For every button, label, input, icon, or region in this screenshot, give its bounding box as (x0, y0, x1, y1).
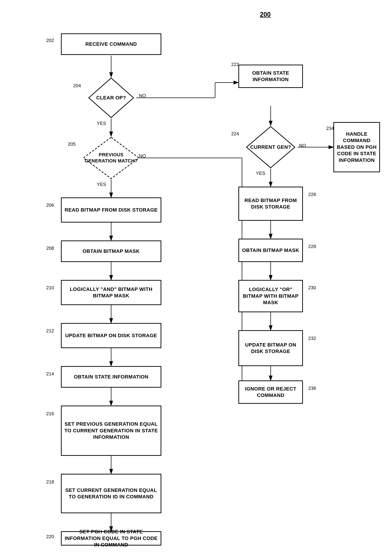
set-current-gen-label: SET CURRENT GENERATION EQUAL TO GENERATI… (64, 487, 158, 500)
ref-228: 228 (308, 244, 316, 249)
update-bitmap-right-label: UPDATE BITMAP ON DISK STORAGE (242, 342, 300, 355)
obtain-bitmap-mask-left-node: OBTAIN BITMAP MASK (61, 240, 161, 262)
set-prev-gen-node: SET PREVIOUS GENERATION EQUAL TO CURRENT… (61, 406, 161, 456)
set-pgh-code-node: SET PGH CODE IN STATE INFORMATION EQUAL … (61, 531, 161, 545)
ref-236: 236 (308, 385, 316, 391)
label-yes-clear: YES (97, 121, 106, 126)
logically-or-node: LOGICALLY "OR" BITMAP WITH BITMAP MASK (238, 280, 303, 312)
clear-op-node: CLEAR OP? (88, 77, 134, 118)
obtain-state-right-label: OBTAIN STATE INFORMATION (242, 70, 300, 83)
set-current-gen-node: SET CURRENT GENERATION EQUAL TO GENERATI… (61, 474, 161, 513)
arrows-svg (0, 0, 392, 552)
ref-212: 212 (46, 328, 54, 334)
ref-216: 216 (46, 411, 54, 416)
clear-op-label: CLEAR OP? (96, 94, 126, 101)
ref-208: 208 (46, 246, 54, 251)
ref-224: 224 (231, 131, 239, 137)
ref-226: 226 (308, 192, 316, 197)
read-bitmap-left-node: READ BITMAP FROM DISK STORAGE (61, 197, 161, 223)
ignore-reject-node: IGNORE OR REJECT COMMAND (238, 380, 303, 404)
read-bitmap-right-label: READ BITMAP FROM DISK STORAGE (242, 197, 300, 210)
read-bitmap-right-node: READ BITMAP FROM DISK STORAGE (238, 187, 303, 221)
prev-gen-match-label: PREVIOUS GENERATION MATCH? (83, 152, 140, 164)
ref-222: 222 (231, 62, 239, 67)
label-no-prev: NO (139, 153, 146, 159)
read-bitmap-left-label: READ BITMAP FROM DISK STORAGE (64, 207, 158, 213)
ref-214: 214 (46, 371, 54, 377)
obtain-bitmap-mask-right-node: OBTAIN BITMAP MASK (238, 239, 303, 262)
ref-220: 220 (46, 534, 54, 539)
label-no-clear: NO (139, 93, 146, 99)
obtain-bitmap-mask-right-label: OBTAIN BITMAP MASK (242, 247, 299, 254)
ref-205: 205 (68, 141, 76, 147)
obtain-bitmap-mask-left-label: OBTAIN BITMAP MASK (83, 248, 140, 254)
label-no-current: NO (299, 143, 306, 148)
handle-command-node: HANDLE COMMAND BASED ON PGH CODE IN STAT… (333, 122, 380, 172)
update-bitmap-right-node: UPDATE BITMAP ON DISK STORAGE (238, 330, 303, 366)
set-prev-gen-label: SET PREVIOUS GENERATION EQUAL TO CURRENT… (64, 421, 158, 440)
update-bitmap-left-label: UPDATE BITMAP ON DISK STORAGE (65, 332, 157, 339)
ref-230: 230 (308, 285, 316, 291)
ignore-reject-label: IGNORE OR REJECT COMMAND (242, 386, 300, 399)
ref-232: 232 (308, 336, 316, 341)
handle-command-label: HANDLE COMMAND BASED ON PGH CODE IN STAT… (337, 131, 377, 163)
receive-command-node: RECEIVE COMMAND (61, 33, 161, 55)
diagram-title: 200 (260, 11, 271, 18)
obtain-state-left-label: OBTAIN STATE INFORMATION (74, 374, 148, 380)
ref-234: 234 (326, 126, 334, 131)
ref-202: 202 (46, 38, 54, 43)
receive-command-label: RECEIVE COMMAND (85, 41, 137, 47)
ref-206: 206 (46, 203, 54, 208)
current-gen-label: CURRENT GEN? (250, 144, 291, 150)
diagram-container: 200 (0, 0, 392, 552)
logically-and-label: LOGICALLY "AND" BITMAP WITH BITMAP MASK (64, 286, 158, 299)
update-bitmap-left-node: UPDATE BITMAP ON DISK STORAGE (61, 323, 161, 348)
set-pgh-code-label: SET PGH CODE IN STATE INFORMATION EQUAL … (64, 529, 158, 548)
label-yes-current: YES (256, 170, 265, 176)
prev-gen-match-node: PREVIOUS GENERATION MATCH? (83, 136, 140, 180)
logically-or-label: LOGICALLY "OR" BITMAP WITH BITMAP MASK (242, 286, 300, 306)
logically-and-node: LOGICALLY "AND" BITMAP WITH BITMAP MASK (61, 280, 161, 305)
label-yes-prev: YES (97, 182, 106, 187)
obtain-state-right-node: OBTAIN STATE INFORMATION (238, 65, 303, 88)
obtain-state-left-node: OBTAIN STATE INFORMATION (61, 366, 161, 388)
current-gen-node: CURRENT GEN? (245, 126, 296, 169)
ref-204: 204 (73, 83, 81, 88)
ref-218: 218 (46, 479, 54, 485)
ref-210: 210 (46, 285, 54, 291)
